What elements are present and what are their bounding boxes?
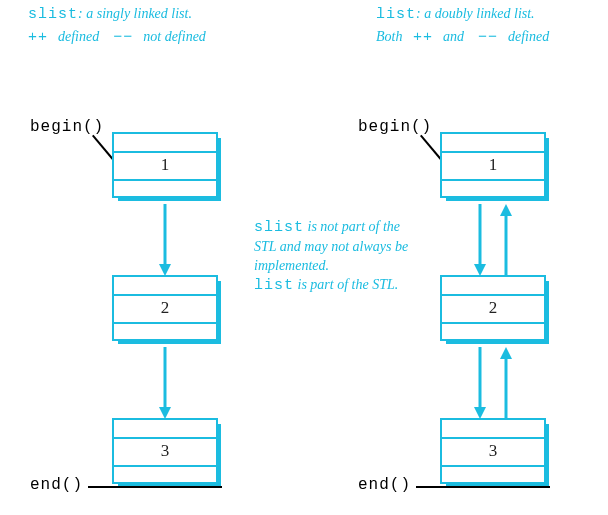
note-slist-kw: slist [254, 219, 304, 236]
svg-marker-11 [500, 347, 512, 359]
end-pointer-line [416, 486, 550, 488]
slist-op-inc-state: defined [58, 29, 99, 44]
slist-arrows [112, 118, 218, 498]
list-both: Both [376, 29, 402, 44]
slist-desc: : a singly linked list. [78, 6, 192, 21]
note-block: slist is not part of the STL and may not… [254, 218, 414, 296]
slist-op-dec: −− [113, 29, 143, 46]
end-label: end() [358, 476, 411, 494]
svg-marker-3 [159, 407, 171, 419]
list-and: and [443, 29, 464, 44]
list-desc: : a doubly linked list. [416, 6, 535, 21]
svg-marker-1 [159, 264, 171, 276]
list-defined: defined [508, 29, 549, 44]
svg-marker-5 [474, 264, 486, 276]
end-pointer-line [88, 486, 222, 488]
header-slist: slist: a singly linked list. ++ defined … [28, 4, 288, 48]
list-name: list [376, 6, 416, 23]
header-list: list: a doubly linked list. Both ++ and … [376, 4, 608, 48]
slist-op-dec-state: not defined [143, 29, 206, 44]
slist-op-inc: ++ [28, 29, 58, 46]
end-label: end() [30, 476, 83, 494]
svg-marker-9 [474, 407, 486, 419]
list-arrows [440, 118, 546, 498]
note-list-text: is part of the STL. [294, 277, 398, 292]
slist-name: slist [28, 6, 78, 23]
list-op-dec: −− [478, 29, 508, 46]
svg-marker-7 [500, 204, 512, 216]
note-list-kw: list [254, 277, 294, 294]
list-op-inc: ++ [413, 29, 443, 46]
